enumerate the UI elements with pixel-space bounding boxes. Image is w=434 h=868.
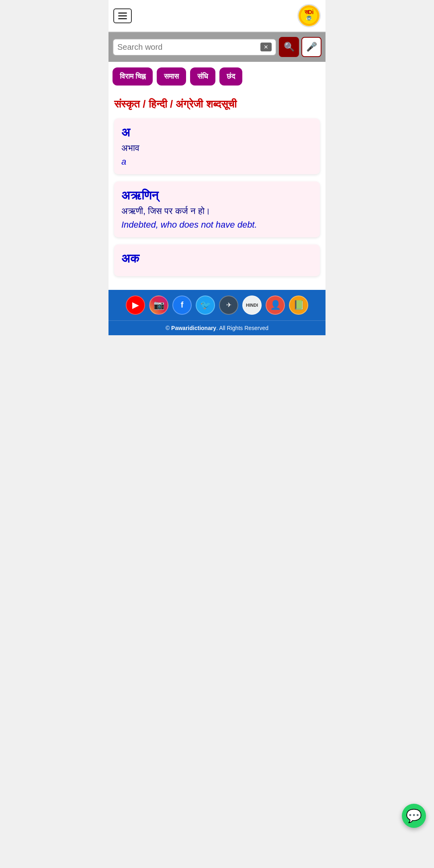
- word-sanskrit-ak: अक: [121, 252, 313, 266]
- logo-text: सDi DIC: [299, 5, 319, 26]
- word-sanskrit-arinni: अऋणिन्: [121, 189, 313, 203]
- social-person-button[interactable]: 👤: [266, 295, 285, 315]
- copyright-suffix: . All Rights Reserved: [216, 325, 268, 331]
- brand-name: Pawaridictionary: [171, 325, 216, 331]
- word-hindi-arinni: अऋणी, जिस पर कर्ज न हो।: [121, 206, 313, 216]
- hamburger-line-1: [118, 12, 127, 14]
- category-chhand-button[interactable]: छंद: [219, 67, 242, 86]
- category-viram-button[interactable]: विराम चिह्न: [113, 67, 153, 86]
- svg-text:DIC: DIC: [306, 17, 312, 20]
- word-card-arinni[interactable]: अऋणिन् अऋणी, जिस पर कर्ज न हो। Indebted,…: [114, 181, 320, 237]
- word-english-a: a: [121, 157, 313, 167]
- hamburger-line-3: [118, 18, 127, 19]
- search-input[interactable]: [117, 43, 260, 52]
- instagram-icon: 📷: [154, 300, 164, 310]
- word-card-a[interactable]: अ अभाव a: [114, 118, 320, 174]
- category-samas-label: समास: [164, 72, 179, 80]
- copyright-text: ©: [166, 325, 171, 331]
- person-icon: 👤: [270, 300, 281, 310]
- social-instagram-button[interactable]: 📷: [149, 295, 168, 315]
- social-youtube-button[interactable]: ▶: [126, 295, 145, 315]
- hamburger-menu-button[interactable]: [113, 8, 132, 23]
- app-icon: ✈: [226, 301, 231, 309]
- word-hindi-a: अभाव: [121, 143, 313, 153]
- clear-button[interactable]: ✕: [260, 43, 272, 51]
- twitter-icon: 🐦: [200, 300, 211, 310]
- category-chhand-label: छंद: [227, 72, 235, 80]
- social-twitter-button[interactable]: 🐦: [196, 295, 215, 315]
- copyright-footer: © Pawaridictionary. All Rights Reserved: [108, 320, 326, 335]
- clear-icon: ✕: [264, 44, 268, 50]
- category-sandhi-button[interactable]: संधि: [190, 67, 215, 86]
- word-sanskrit-a: अ: [121, 126, 313, 140]
- category-viram-label: विराम चिह्न: [120, 72, 145, 80]
- search-section: ✕ 🔍 🎤: [108, 32, 326, 62]
- book-icon: 📗: [293, 300, 304, 310]
- logo: सDi DIC: [297, 4, 321, 27]
- header: सDi DIC: [108, 0, 326, 32]
- category-sandhi-label: संधि: [197, 72, 208, 80]
- category-section: विराम चिह्न समास संधि छंद: [108, 62, 326, 91]
- search-input-wrapper: ✕: [113, 39, 276, 56]
- social-news-button[interactable]: HINDI: [242, 295, 262, 315]
- mic-icon: 🎤: [306, 42, 317, 52]
- hamburger-line-2: [118, 15, 127, 16]
- social-app-button[interactable]: ✈: [219, 295, 238, 315]
- word-card-ak[interactable]: अक: [114, 245, 320, 276]
- social-facebook-button[interactable]: f: [172, 295, 192, 315]
- search-icon: 🔍: [284, 42, 295, 52]
- section-title: संस्कृत / हिन्दी / अंग्रेजी शब्दसूची: [114, 98, 320, 111]
- main-content: संस्कृत / हिन्दी / अंग्रेजी शब्दसूची अ अ…: [108, 91, 326, 290]
- mic-button[interactable]: 🎤: [301, 37, 321, 57]
- svg-text:सDi: सDi: [304, 9, 314, 15]
- social-book-button[interactable]: 📗: [289, 295, 308, 315]
- social-footer: ▶ 📷 f 🐦 ✈ HINDI 👤 📗: [108, 290, 326, 320]
- youtube-icon: ▶: [132, 300, 139, 310]
- search-button[interactable]: 🔍: [279, 37, 299, 57]
- word-english-arinni: Indebted, who does not have debt.: [121, 220, 313, 230]
- facebook-icon: f: [181, 300, 184, 310]
- category-samas-button[interactable]: समास: [157, 67, 186, 86]
- news-icon: HINDI: [246, 303, 258, 308]
